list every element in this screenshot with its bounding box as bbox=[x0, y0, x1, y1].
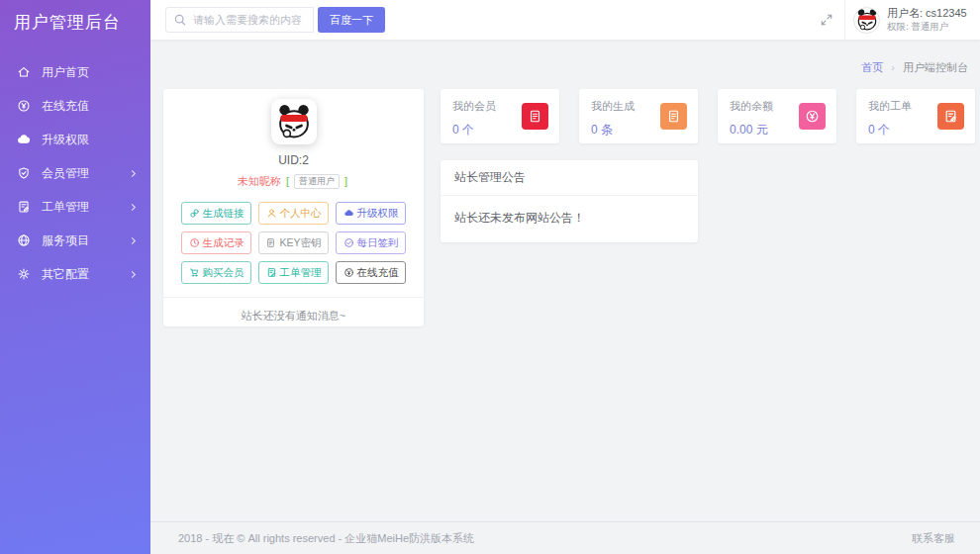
daily-checkin-button[interactable]: 每日签到 bbox=[336, 231, 406, 254]
document-icon bbox=[265, 237, 276, 248]
bracket-open: [ bbox=[286, 175, 289, 187]
user-menu[interactable]: 用户名: cs12345 权限: 普通用户 bbox=[844, 0, 980, 40]
sidebar-item-upgrade[interactable]: 升级权限 bbox=[0, 123, 150, 156]
user-avatar bbox=[853, 7, 880, 34]
personal-center-button[interactable]: 个人中心 bbox=[258, 202, 329, 225]
cloud-icon bbox=[343, 208, 354, 219]
chevron-right-icon bbox=[129, 203, 136, 210]
bracket-close: ] bbox=[344, 175, 347, 187]
ticket-manage-button[interactable]: 工单管理 bbox=[258, 261, 329, 284]
user-info: 用户名: cs12345 权限: 普通用户 bbox=[887, 7, 967, 33]
globe-icon bbox=[17, 233, 31, 247]
user-role: 权限: 普通用户 bbox=[887, 21, 967, 33]
chevron-right-icon bbox=[129, 270, 136, 277]
search-button[interactable]: 百度一下 bbox=[318, 7, 385, 33]
breadcrumb-home-link[interactable]: 首页 bbox=[861, 61, 883, 73]
sidebar: 用户管理后台 用户首页 在线充值 升级权限 会员管理 bbox=[0, 0, 150, 554]
contact-support-link[interactable]: 联系客服 bbox=[912, 531, 955, 546]
stat-card-members[interactable]: 我的会员 0 个 bbox=[441, 89, 559, 143]
topbar: 百度一下 用户名: cs12345 权限: 普通用户 bbox=[150, 0, 980, 40]
profile-nickname: 未知昵称 bbox=[238, 175, 281, 187]
history-icon bbox=[189, 237, 200, 248]
yen-circle-icon bbox=[799, 103, 826, 130]
profile-uid: UID:2 bbox=[163, 153, 424, 167]
yen-circle-icon bbox=[17, 99, 31, 113]
sidebar-item-services[interactable]: 服务项目 bbox=[0, 224, 150, 257]
stat-card-generations[interactable]: 我的生成 0 条 bbox=[579, 89, 698, 143]
main-content: 首页 › 用户端控制台 UID:2 未知昵称 [ 普通用户 bbox=[150, 40, 980, 554]
sidebar-item-settings[interactable]: 其它配置 bbox=[0, 257, 150, 291]
generate-link-button[interactable]: 生成链接 bbox=[181, 202, 251, 225]
profile-card: UID:2 未知昵称 [ 普通用户 ] 生成链接 个人中心 升级权限 bbox=[163, 89, 424, 326]
sidebar-item-label: 其它配置 bbox=[42, 266, 89, 283]
gear-icon bbox=[17, 267, 31, 281]
footer: 2018 - 现在 © All rights reserved - 企业猫Mei… bbox=[150, 521, 980, 554]
sidebar-item-label: 升级权限 bbox=[42, 132, 89, 148]
announcement-body: 站长还未发布网站公告！ bbox=[441, 196, 698, 242]
sidebar-item-label: 服务项目 bbox=[42, 232, 89, 249]
breadcrumb-separator: › bbox=[891, 61, 895, 73]
app-title: 用户管理后台 bbox=[0, 0, 150, 34]
search-input[interactable] bbox=[165, 7, 314, 33]
sidebar-item-label: 用户首页 bbox=[42, 64, 89, 81]
shield-check-icon bbox=[17, 166, 31, 180]
ticket-edit-icon bbox=[937, 103, 964, 130]
announcement-title: 站长管理公告 bbox=[441, 160, 698, 196]
sidebar-item-tickets[interactable]: 工单管理 bbox=[0, 190, 150, 224]
sidebar-item-label: 在线充值 bbox=[42, 98, 89, 115]
sidebar-item-label: 会员管理 bbox=[42, 165, 89, 182]
link-icon bbox=[189, 208, 200, 219]
yen-circle-icon bbox=[343, 267, 354, 278]
search-icon bbox=[173, 13, 187, 27]
breadcrumb: 首页 › 用户端控制台 bbox=[861, 60, 968, 75]
cloud-icon bbox=[17, 133, 31, 146]
check-circle-icon bbox=[343, 237, 354, 248]
cart-icon bbox=[189, 267, 200, 278]
home-icon bbox=[17, 65, 31, 79]
stat-card-balance[interactable]: 我的余额 0.00 元 bbox=[718, 89, 836, 143]
sidebar-item-members[interactable]: 会员管理 bbox=[0, 156, 150, 190]
profile-notice: 站长还没有通知消息~ bbox=[163, 297, 424, 334]
profile-nickname-row: 未知昵称 [ 普通用户 ] bbox=[163, 174, 424, 189]
sidebar-menu: 用户首页 在线充值 升级权限 会员管理 bbox=[0, 55, 150, 291]
search-bar: 百度一下 bbox=[165, 7, 385, 33]
sidebar-item-home[interactable]: 用户首页 bbox=[0, 55, 150, 89]
key-secret-button[interactable]: KEY密钥 bbox=[258, 231, 329, 254]
chevron-right-icon bbox=[129, 236, 136, 243]
announcement-panel: 站长管理公告 站长还未发布网站公告！ bbox=[441, 160, 698, 242]
footer-copyright: 2018 - 现在 © All rights reserved - 企业猫Mei… bbox=[178, 531, 474, 546]
user-name: 用户名: cs12345 bbox=[887, 7, 967, 21]
document-icon bbox=[522, 103, 548, 130]
sidebar-item-recharge[interactable]: 在线充值 bbox=[0, 89, 150, 123]
breadcrumb-current: 用户端控制台 bbox=[903, 61, 968, 73]
upgrade-permission-button[interactable]: 升级权限 bbox=[336, 202, 406, 225]
online-recharge-button[interactable]: 在线充值 bbox=[336, 261, 406, 284]
profile-actions: 生成链接 个人中心 升级权限 生成记录 KEY密钥 每日签到 bbox=[181, 202, 406, 284]
chevron-right-icon bbox=[129, 169, 136, 176]
generate-records-button[interactable]: 生成记录 bbox=[181, 231, 251, 254]
buy-membership-button[interactable]: 购买会员 bbox=[181, 261, 251, 284]
ticket-icon bbox=[17, 200, 31, 214]
user-icon bbox=[266, 208, 277, 219]
page: 用户管理后台 用户首页 在线充值 升级权限 会员管理 bbox=[0, 0, 980, 554]
document-icon bbox=[660, 103, 687, 130]
stat-card-tickets[interactable]: 我的工单 0 个 bbox=[856, 89, 975, 143]
profile-avatar bbox=[271, 99, 317, 144]
fullscreen-icon[interactable] bbox=[820, 13, 833, 27]
ticket-icon bbox=[266, 267, 277, 278]
profile-role-badge: 普通用户 bbox=[294, 174, 340, 189]
sidebar-item-label: 工单管理 bbox=[42, 199, 89, 216]
